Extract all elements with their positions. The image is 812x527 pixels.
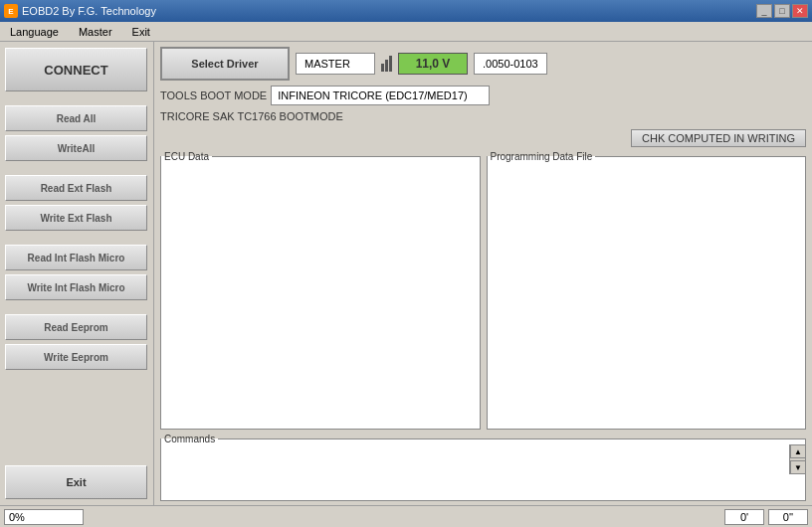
- scroll-up-arrow[interactable]: ▲: [790, 444, 806, 458]
- read-all-button[interactable]: Read All: [5, 105, 147, 131]
- master-display: MASTER: [296, 53, 375, 75]
- battery-bar-2: [385, 60, 388, 72]
- title-bar: E EOBD2 By F.G. Technology _ □ ✕: [0, 0, 812, 22]
- minimize-button[interactable]: _: [756, 4, 772, 18]
- tools-boot-mode-row: TOOLS BOOT MODE INFINEON TRICORE (EDC17/…: [160, 86, 806, 105]
- menu-exit[interactable]: Exit: [126, 25, 156, 39]
- chk-computed-button[interactable]: CHK COMPUTED IN WRITING: [631, 129, 806, 147]
- commands-content: ▲ ▼: [161, 444, 805, 474]
- write-int-flash-micro-button[interactable]: Write Int Flash Micro: [5, 274, 147, 300]
- read-eeprom-button[interactable]: Read Eeprom: [5, 314, 147, 340]
- select-driver-button[interactable]: Select Driver: [160, 47, 290, 81]
- ecu-data-legend: ECU Data: [161, 151, 212, 162]
- scroll-down-arrow[interactable]: ▼: [790, 460, 806, 474]
- coord1-display: 0': [724, 509, 764, 525]
- close-button[interactable]: ✕: [792, 4, 808, 18]
- battery-bar-1: [381, 64, 384, 72]
- read-ext-flash-button[interactable]: Read Ext Flash: [5, 175, 147, 201]
- header-row: Select Driver MASTER 11,0 V .0050-0103: [160, 46, 806, 82]
- voltage-display: 11,0 V: [398, 53, 468, 75]
- tools-boot-mode-label: TOOLS BOOT MODE: [160, 89, 267, 101]
- programming-data-content: [488, 162, 806, 429]
- panels-row: ECU Data Programming Data File: [160, 151, 806, 430]
- connect-button[interactable]: CONNECT: [5, 48, 147, 91]
- sidebar: CONNECT Read All WriteAll Read Ext Flash…: [0, 42, 154, 505]
- progress-display: 0%: [4, 509, 84, 525]
- battery-bars: [381, 56, 392, 72]
- tricore-sak-row: TRICORE SAK TC1766 BOOTMODE: [160, 109, 806, 123]
- menu-bar: Language Master Exit: [0, 22, 812, 42]
- write-ext-flash-button[interactable]: Write Ext Flash: [5, 205, 147, 231]
- exit-button[interactable]: Exit: [5, 465, 147, 499]
- coord2-display: 0'': [768, 509, 808, 525]
- main-container: CONNECT Read All WriteAll Read Ext Flash…: [0, 42, 812, 505]
- content-area: Select Driver MASTER 11,0 V .0050-0103 T…: [154, 42, 812, 505]
- read-int-flash-micro-button[interactable]: Read Int Flash Micro: [5, 245, 147, 270]
- status-bar: 0% 0' 0'': [0, 505, 812, 527]
- commands-scrollbar: ▲ ▼: [789, 444, 805, 474]
- commands-legend: Commands: [161, 434, 218, 444]
- write-all-button[interactable]: WriteAll: [5, 135, 147, 161]
- ecu-data-panel: ECU Data: [160, 151, 481, 430]
- menu-language[interactable]: Language: [4, 25, 65, 39]
- title-bar-left: E EOBD2 By F.G. Technology: [4, 4, 156, 18]
- programming-data-panel: Programming Data File: [487, 151, 807, 430]
- menu-master[interactable]: Master: [73, 25, 118, 39]
- commands-panel: Commands ▲ ▼: [160, 434, 806, 501]
- battery-bar-3: [389, 56, 392, 72]
- commands-textarea[interactable]: [161, 444, 789, 474]
- battery-indicator: [381, 56, 392, 72]
- title-controls: _ □ ✕: [756, 4, 808, 18]
- write-eeprom-button[interactable]: Write Eeprom: [5, 344, 147, 370]
- chk-row: CHK COMPUTED IN WRITING: [160, 129, 806, 147]
- programming-data-legend: Programming Data File: [488, 151, 596, 162]
- tools-boot-mode-value: INFINEON TRICORE (EDC17/MED17): [271, 86, 490, 105]
- app-icon: E: [4, 4, 18, 18]
- app-title: EOBD2 By F.G. Technology: [22, 5, 156, 17]
- ecu-data-content: [161, 162, 480, 429]
- version-display: .0050-0103: [474, 53, 547, 75]
- maximize-button[interactable]: □: [774, 4, 790, 18]
